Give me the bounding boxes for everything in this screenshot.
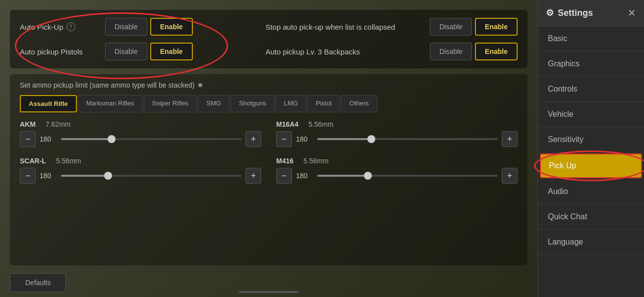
slider-scarl-track[interactable] <box>61 175 241 177</box>
sliders-area: AKM 7.62mm − 180 + <box>20 120 518 184</box>
weapon-name-m16a4: M16A4 <box>276 120 298 128</box>
tab-marksman-rifles[interactable]: Marksman Rifles <box>78 95 143 112</box>
auto-pickup-backpacks-btn-group: Disable Enable <box>430 43 518 60</box>
stop-auto-pickup-enable-btn[interactable]: Enable <box>475 18 518 36</box>
auto-pickup-pistols-label: Auto pickup Pistols <box>20 48 99 56</box>
slider-scarl-header: SCAR-L 5.56mm <box>20 157 261 165</box>
pickup-right-group: Stop auto pick-up when list is collapsed… <box>265 18 518 60</box>
tab-smg[interactable]: SMG <box>198 95 230 112</box>
slider-akm-thumb <box>108 135 116 143</box>
auto-pickup-label: Auto Pick-Up ? <box>20 22 99 31</box>
slider-akm-decrease[interactable]: − <box>20 131 36 147</box>
auto-pickup-enable-btn[interactable]: Enable <box>150 18 193 36</box>
sidebar-item-basic[interactable]: Basic <box>538 26 644 51</box>
slider-m416: M416 5.56mm − 180 + <box>276 157 518 184</box>
slider-akm-fill <box>61 138 115 140</box>
slider-scar-l: SCAR-L 5.56mm − 180 + <box>20 157 261 184</box>
slider-m16a4-decrease[interactable]: − <box>276 131 292 147</box>
auto-pickup-backpacks-disable-btn[interactable]: Disable <box>430 43 472 60</box>
pickup-left-group: Auto Pick-Up ? Disable Enable Auto picku… <box>20 18 245 60</box>
pickup-row-collapsed: Stop auto pick-up when list is collapsed… <box>265 18 518 36</box>
slider-m416-header: M416 5.56mm <box>276 157 518 165</box>
auto-pickup-backpacks-label: Auto pickup Lv. 3 Backpacks <box>265 48 424 56</box>
auto-pickup-section: Auto Pick-Up ? Disable Enable Auto picku… <box>10 10 527 68</box>
slider-scarl-increase[interactable]: + <box>245 168 261 184</box>
stop-auto-pickup-disable-btn[interactable]: Disable <box>430 18 472 36</box>
sidebar-item-controls[interactable]: Controls <box>538 77 644 102</box>
weapon-ammo-akm: 7.62mm <box>46 120 71 128</box>
weapon-ammo-m416: 5.56mm <box>303 157 329 165</box>
tab-shotguns[interactable]: Shotguns <box>231 95 275 112</box>
slider-scarl-value: 180 <box>40 172 57 180</box>
auto-pickup-pistols-enable-btn[interactable]: Enable <box>150 43 193 60</box>
auto-pickup-pistols-disable-btn[interactable]: Disable <box>105 43 147 60</box>
close-icon[interactable]: ✕ <box>628 7 636 19</box>
slider-scarl-decrease[interactable]: − <box>20 168 36 184</box>
pickup-row-auto: Auto Pick-Up ? Disable Enable <box>20 18 245 36</box>
sidebar-item-sensitivity[interactable]: Sensitivity <box>538 127 644 152</box>
scroll-indicator <box>239 291 298 293</box>
ammo-title-dot <box>198 83 202 87</box>
pickup-row-pistols: Auto pickup Pistols Disable Enable <box>20 43 245 60</box>
weapon-name-m416: M416 <box>276 157 293 165</box>
stop-auto-pickup-label: Stop auto pick-up when list is collapsed <box>265 23 424 31</box>
slider-m416-thumb <box>364 172 372 180</box>
slider-m416-increase[interactable]: + <box>502 168 518 184</box>
tab-others[interactable]: Others <box>341 95 377 112</box>
ammo-title: Set ammo pickup limit (same ammo type wi… <box>20 81 518 89</box>
auto-pickup-btn-group: Disable Enable <box>105 18 193 36</box>
weapon-name-scarl: SCAR-L <box>20 157 46 165</box>
ammo-section: Set ammo pickup limit (same ammo type wi… <box>10 74 527 265</box>
slider-group-left: AKM 7.62mm − 180 + <box>20 120 261 184</box>
weapon-ammo-m16a4: 5.56mm <box>308 120 334 128</box>
slider-m16a4-track[interactable] <box>317 138 498 140</box>
slider-group-right: M16A4 5.56mm − 180 + <box>276 120 518 184</box>
pickup-highlight: Pick Up <box>538 152 644 179</box>
main-content: Auto Pick-Up ? Disable Enable Auto picku… <box>0 0 537 297</box>
tab-sniper-rifles[interactable]: Sniper Rifles <box>144 95 197 112</box>
slider-m16a4: M16A4 5.56mm − 180 + <box>276 120 518 147</box>
slider-m416-fill <box>317 175 371 177</box>
slider-akm-increase[interactable]: + <box>245 131 261 147</box>
auto-pickup-disable-btn[interactable]: Disable <box>105 18 147 36</box>
slider-m16a4-header: M16A4 5.56mm <box>276 120 518 128</box>
sidebar-item-vehicle[interactable]: Vehicle <box>538 102 644 127</box>
auto-pickup-pistols-btn-group: Disable Enable <box>105 43 193 60</box>
slider-akm-header: AKM 7.62mm <box>20 120 261 128</box>
help-icon[interactable]: ? <box>66 22 75 31</box>
slider-akm-value: 180 <box>40 135 57 143</box>
slider-m16a4-fill <box>317 138 375 140</box>
slider-scarl-thumb <box>104 172 112 180</box>
stop-auto-pickup-btn-group: Disable Enable <box>430 18 518 36</box>
weapon-name-akm: AKM <box>20 120 36 128</box>
sidebar-item-quick-chat[interactable]: Quick Chat <box>538 204 644 230</box>
sidebar-item-graphics[interactable]: Graphics <box>538 51 644 77</box>
slider-akm-track[interactable] <box>61 138 241 140</box>
auto-pickup-backpacks-enable-btn[interactable]: Enable <box>475 43 518 60</box>
slider-akm-controls: − 180 + <box>20 131 261 147</box>
slider-m416-controls: − 180 + <box>276 168 518 184</box>
sidebar-item-pickup[interactable]: Pick Up <box>540 153 642 178</box>
sidebar-item-language[interactable]: Language <box>538 230 644 255</box>
slider-scarl-controls: − 180 + <box>20 168 261 184</box>
weapon-tabs: Assault Rifle Marksman Rifles Sniper Rif… <box>20 95 518 112</box>
weapon-ammo-scarl: 5.56mm <box>56 157 81 165</box>
sidebar-header: ⚙ Settings ✕ <box>538 0 644 26</box>
slider-m416-track[interactable] <box>317 175 498 177</box>
sidebar-item-audio[interactable]: Audio <box>538 179 644 204</box>
defaults-button[interactable]: Defaults <box>10 273 66 292</box>
pickup-row-backpacks: Auto pickup Lv. 3 Backpacks Disable Enab… <box>265 43 518 60</box>
sidebar-title: ⚙ Settings <box>546 7 593 18</box>
slider-akm: AKM 7.62mm − 180 + <box>20 120 261 147</box>
sidebar: ⚙ Settings ✕ Basic Graphics Controls Veh… <box>537 0 644 297</box>
slider-m16a4-thumb <box>367 135 375 143</box>
gear-icon: ⚙ <box>546 7 554 18</box>
slider-m16a4-value: 180 <box>296 135 313 143</box>
tab-lmg[interactable]: LMG <box>276 95 306 112</box>
slider-m16a4-controls: − 180 + <box>276 131 518 147</box>
slider-m416-value: 180 <box>296 172 313 180</box>
slider-m16a4-increase[interactable]: + <box>502 131 518 147</box>
tab-pistol[interactable]: Pistol <box>307 95 340 112</box>
tab-assault-rifle[interactable]: Assault Rifle <box>20 95 77 112</box>
slider-m416-decrease[interactable]: − <box>276 168 292 184</box>
